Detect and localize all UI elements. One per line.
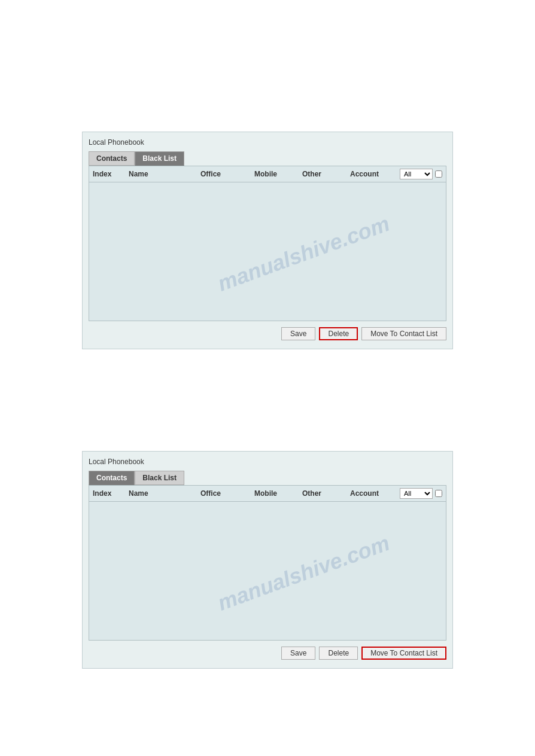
top-panel-title: Local Phonebook [89, 138, 446, 147]
top-col-other: Other [302, 170, 350, 178]
bottom-col-index: Index [93, 489, 129, 498]
bottom-tabs-row: Contacts Black List [89, 471, 446, 485]
top-col-mobile: Mobile [254, 170, 302, 178]
top-table-body: manualshive.com [89, 182, 446, 320]
top-tab-blacklist[interactable]: Black List [135, 151, 184, 166]
bottom-save-button[interactable]: Save [281, 647, 315, 660]
bottom-col-account: Account [350, 489, 398, 498]
bottom-watermark: manualshive.com [214, 531, 393, 616]
bottom-move-button[interactable]: Move To Contact List [361, 647, 446, 660]
top-col-account: Account [350, 170, 398, 178]
bottom-delete-button[interactable]: Delete [319, 647, 358, 660]
top-watermark: manualshive.com [214, 211, 393, 297]
bottom-filter-checkbox[interactable] [435, 490, 442, 497]
top-delete-button[interactable]: Delete [319, 327, 358, 340]
top-section: Local Phonebook Contacts Black List Inde… [0, 132, 535, 349]
bottom-tab-blacklist[interactable]: Black List [135, 471, 184, 485]
top-move-button[interactable]: Move To Contact List [361, 327, 446, 340]
bottom-phonebook-panel: Local Phonebook Contacts Black List Inde… [82, 451, 453, 669]
bottom-col-office: Office [200, 489, 254, 498]
top-filter-checkbox[interactable] [435, 170, 442, 178]
top-save-button[interactable]: Save [281, 327, 315, 340]
bottom-table-container: Index Name Office Mobile Other Account A… [89, 485, 446, 641]
page-container: Local Phonebook Contacts Black List Inde… [0, 0, 535, 756]
top-footer-row: Save Delete Move To Contact List [89, 325, 446, 343]
top-col-office: Office [200, 170, 254, 178]
top-table-header: Index Name Office Mobile Other Account A… [89, 166, 446, 182]
top-tab-contacts[interactable]: Contacts [89, 151, 135, 166]
bottom-table-header: Index Name Office Mobile Other Account A… [89, 486, 446, 502]
bottom-col-other: Other [302, 489, 350, 498]
bottom-col-filter: All [400, 488, 442, 499]
bottom-section: Local Phonebook Contacts Black List Inde… [0, 451, 535, 669]
top-filter-select[interactable]: All [400, 169, 433, 179]
top-col-name: Name [129, 170, 200, 178]
top-phonebook-panel: Local Phonebook Contacts Black List Inde… [82, 132, 453, 349]
bottom-col-mobile: Mobile [254, 489, 302, 498]
bottom-table-body: manualshive.com [89, 502, 446, 639]
top-col-index: Index [93, 170, 129, 178]
bottom-panel-title: Local Phonebook [89, 458, 446, 466]
bottom-footer-row: Save Delete Move To Contact List [89, 644, 446, 662]
bottom-tab-contacts[interactable]: Contacts [89, 471, 135, 485]
top-table-container: Index Name Office Mobile Other Account A… [89, 166, 446, 321]
bottom-col-name: Name [129, 489, 200, 498]
top-col-filter: All [400, 169, 442, 179]
bottom-filter-select[interactable]: All [400, 488, 433, 499]
top-tabs-row: Contacts Black List [89, 151, 446, 166]
